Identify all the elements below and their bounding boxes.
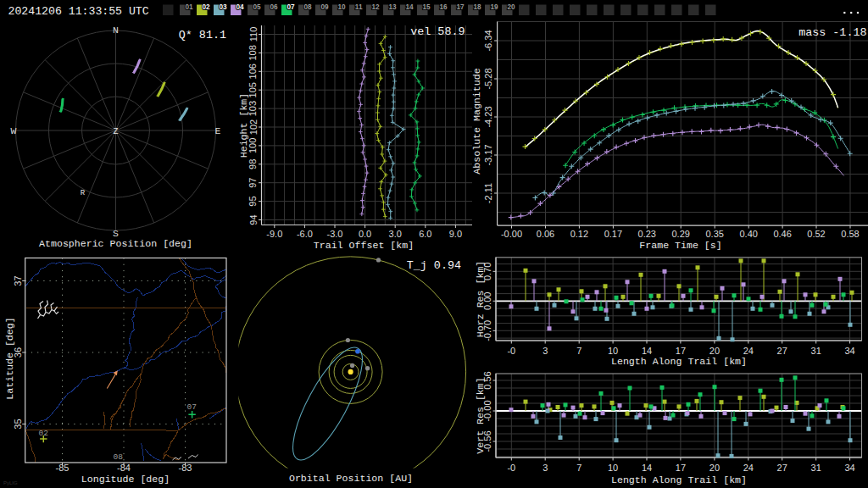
svg-text:20: 20 xyxy=(709,463,720,473)
svg-text:-0: -0 xyxy=(507,463,515,473)
svg-text:Absolute Magnitude: Absolute Magnitude xyxy=(471,68,482,174)
svg-text:31: 31 xyxy=(811,463,821,473)
svg-text:20241206 11:33:55 UTC: 20241206 11:33:55 UTC xyxy=(8,5,149,18)
svg-text:0.12: 0.12 xyxy=(570,229,588,239)
svg-text:97: 97 xyxy=(248,178,259,188)
svg-text:15: 15 xyxy=(422,3,431,11)
svg-text:Trail Offset [km]: Trail Offset [km] xyxy=(314,240,414,251)
svg-text:-3.17: -3.17 xyxy=(483,144,493,165)
svg-text:3.0: 3.0 xyxy=(389,229,402,239)
svg-text:Length Along Trail [km]: Length Along Trail [km] xyxy=(611,474,747,485)
svg-text:-0: -0 xyxy=(507,346,515,356)
svg-text:02: 02 xyxy=(202,3,210,11)
svg-text:20: 20 xyxy=(709,346,720,356)
svg-text:105: 105 xyxy=(248,82,259,97)
svg-text:Z: Z xyxy=(113,127,118,136)
svg-text:02: 02 xyxy=(39,429,49,438)
svg-text:Atmospheric Position [deg]: Atmospheric Position [deg] xyxy=(39,238,192,249)
svg-text:10: 10 xyxy=(337,3,346,11)
svg-text:98: 98 xyxy=(248,159,259,169)
svg-text:-85: -85 xyxy=(56,463,70,473)
svg-text:35: 35 xyxy=(13,419,23,429)
svg-text:-6.34: -6.34 xyxy=(483,30,493,51)
svg-text:09: 09 xyxy=(320,3,329,11)
svg-text:24: 24 xyxy=(743,463,754,473)
svg-text:17: 17 xyxy=(456,3,465,11)
svg-text:W: W xyxy=(11,125,17,136)
svg-text:18: 18 xyxy=(473,3,481,11)
svg-text:3: 3 xyxy=(542,463,548,473)
svg-text:34: 34 xyxy=(844,463,854,473)
svg-text:110: 110 xyxy=(248,27,259,42)
svg-text:11: 11 xyxy=(355,3,363,11)
svg-text:-4.23: -4.23 xyxy=(483,106,493,127)
svg-text:10: 10 xyxy=(608,463,618,473)
svg-text:03: 03 xyxy=(219,3,227,11)
svg-text:3: 3 xyxy=(542,346,548,356)
svg-text:20: 20 xyxy=(507,3,515,11)
svg-text:106: 106 xyxy=(248,64,259,79)
svg-text:10: 10 xyxy=(608,346,618,356)
svg-text:12: 12 xyxy=(371,3,380,11)
svg-text:Height [km]: Height [km] xyxy=(238,93,249,158)
svg-text:94: 94 xyxy=(248,214,259,225)
svg-text:27: 27 xyxy=(777,346,787,356)
svg-text:-5.28: -5.28 xyxy=(483,68,493,89)
svg-text:17: 17 xyxy=(676,346,686,356)
svg-text:-3.0: -3.0 xyxy=(327,229,343,239)
svg-text:7: 7 xyxy=(576,463,581,473)
svg-text:37: 37 xyxy=(13,275,23,286)
svg-text:-83: -83 xyxy=(179,463,192,473)
svg-text:Length Along Trail [km]: Length Along Trail [km] xyxy=(611,356,747,367)
svg-text:Latitude [deg]: Latitude [deg] xyxy=(4,317,15,399)
svg-text:S: S xyxy=(113,228,119,239)
svg-text:0.58: 0.58 xyxy=(841,229,859,239)
svg-text:7: 7 xyxy=(576,346,581,356)
svg-text:Longitude [deg]: Longitude [deg] xyxy=(81,474,170,485)
svg-text:-0.00: -0.00 xyxy=(501,229,522,239)
svg-text:E: E xyxy=(215,125,221,136)
svg-text:-2.11: -2.11 xyxy=(483,183,493,203)
svg-text:mass -1.18: mass -1.18 xyxy=(798,26,866,39)
svg-text:-9.0: -9.0 xyxy=(266,229,282,239)
svg-text:Q* 81.1: Q* 81.1 xyxy=(179,29,226,42)
svg-text:PyLIG: PyLIG xyxy=(3,480,18,485)
svg-text:100: 100 xyxy=(248,138,259,153)
svg-text:01: 01 xyxy=(185,3,193,11)
svg-text:07: 07 xyxy=(187,402,197,412)
svg-text:24: 24 xyxy=(743,346,754,356)
svg-text:14: 14 xyxy=(642,346,652,356)
svg-text:17: 17 xyxy=(676,463,686,473)
svg-text:0.40: 0.40 xyxy=(739,229,757,239)
svg-text:19: 19 xyxy=(490,3,498,11)
svg-text:08: 08 xyxy=(114,452,124,462)
svg-text:R: R xyxy=(81,189,86,197)
svg-text:06: 06 xyxy=(270,3,278,11)
svg-text:Frame Time [s]: Frame Time [s] xyxy=(639,240,721,251)
svg-text:Horz Res [km]: Horz Res [km] xyxy=(475,261,486,337)
svg-text:14: 14 xyxy=(642,463,652,473)
svg-text:108: 108 xyxy=(248,45,259,60)
svg-text:N: N xyxy=(113,25,119,36)
svg-text:103: 103 xyxy=(248,101,259,116)
svg-text:0.06: 0.06 xyxy=(537,229,554,239)
svg-text:14: 14 xyxy=(405,3,414,11)
svg-text:6.0: 6.0 xyxy=(419,229,431,239)
svg-text:0.35: 0.35 xyxy=(705,229,723,239)
svg-text:-6.0: -6.0 xyxy=(297,229,313,239)
svg-text:-84: -84 xyxy=(117,463,131,473)
svg-text:05: 05 xyxy=(253,3,261,11)
svg-text:16: 16 xyxy=(439,3,448,11)
svg-text:13: 13 xyxy=(388,3,397,11)
svg-text:9.0: 9.0 xyxy=(449,229,462,239)
svg-text:0.0: 0.0 xyxy=(359,229,371,239)
svg-text:95: 95 xyxy=(248,196,259,206)
svg-text:07: 07 xyxy=(287,3,295,11)
svg-text:0.46: 0.46 xyxy=(773,229,791,239)
svg-text:vel 58.9: vel 58.9 xyxy=(410,25,465,38)
svg-text:102: 102 xyxy=(248,119,259,135)
svg-text:0.52: 0.52 xyxy=(807,229,825,239)
svg-text:04: 04 xyxy=(236,3,244,11)
svg-text:27: 27 xyxy=(777,463,787,473)
svg-text:Orbital Position [AU]: Orbital Position [AU] xyxy=(289,473,413,484)
